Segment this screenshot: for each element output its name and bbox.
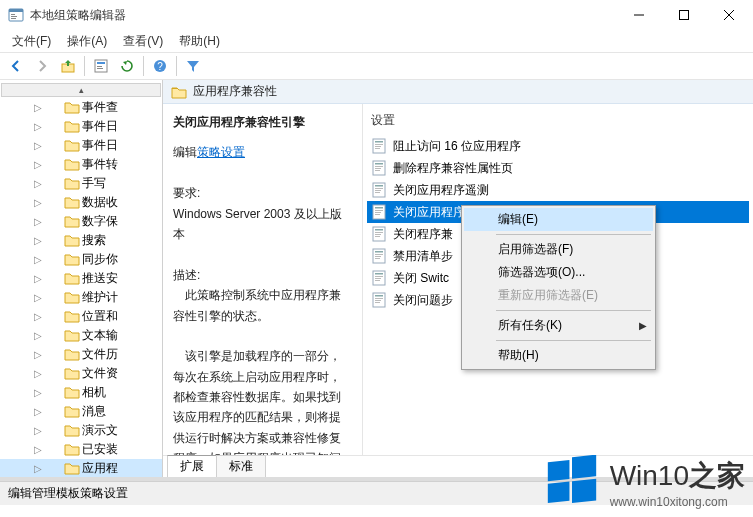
folder-icon [64, 291, 80, 304]
expand-icon[interactable]: ▷ [34, 121, 42, 132]
expand-icon[interactable]: ▷ [34, 254, 42, 265]
folder-icon [64, 367, 80, 380]
watermark: Win10之家 www.win10xitong.com [544, 455, 745, 511]
svg-rect-58 [547, 482, 569, 503]
tree-item[interactable]: ▷搜索 [0, 231, 162, 250]
details-title: 应用程序兼容性 [193, 83, 277, 100]
tree-item-label: 数字保 [82, 213, 118, 230]
setting-label: 关闭问题步 [393, 292, 453, 309]
edit-row: 编辑策略设置 [173, 142, 352, 162]
ctx-filter-options[interactable]: 筛选器选项(O)... [464, 261, 653, 284]
menu-action[interactable]: 操作(A) [59, 31, 115, 52]
forward-button[interactable] [30, 54, 54, 78]
svg-rect-57 [572, 455, 596, 479]
tree-item-label: 推送安 [82, 270, 118, 287]
window-title: 本地组策略编辑器 [30, 7, 616, 24]
tab-standard[interactable]: 标准 [216, 455, 266, 477]
expand-icon[interactable]: ▷ [34, 444, 42, 455]
desc-para: 此策略控制系统中应用程序兼容性引擎的状态。 [173, 285, 352, 326]
menu-help[interactable]: 帮助(H) [171, 31, 228, 52]
tree-item[interactable]: ▷位置和 [0, 307, 162, 326]
folder-icon [64, 234, 80, 247]
ctx-edit[interactable]: 编辑(E) [464, 208, 653, 231]
svg-rect-18 [375, 144, 383, 145]
expand-icon[interactable]: ▷ [34, 197, 42, 208]
expand-icon[interactable]: ▷ [34, 216, 42, 227]
expand-icon[interactable]: ▷ [34, 311, 42, 322]
setting-item[interactable]: 关闭应用程序遥测 [367, 179, 749, 201]
expand-icon[interactable]: ▷ [34, 140, 42, 151]
setting-item[interactable]: 阻止访问 16 位应用程序 [367, 135, 749, 157]
ctx-all-tasks[interactable]: 所有任务(K)▶ [464, 314, 653, 337]
svg-rect-32 [375, 207, 383, 209]
desc-para: 该引擎是加载程序的一部分，每次在系统上启动应用程序时，都检查兼容性数据库。如果找… [173, 346, 352, 455]
expand-icon[interactable]: ▷ [34, 330, 42, 341]
expand-icon[interactable]: ▷ [34, 463, 42, 474]
expand-icon[interactable]: ▷ [34, 102, 42, 113]
svg-rect-3 [11, 16, 17, 17]
tree-item[interactable]: ▷事件日 [0, 136, 162, 155]
tree-item[interactable]: ▷文本输 [0, 326, 162, 345]
submenu-arrow-icon: ▶ [639, 320, 647, 331]
expand-icon[interactable]: ▷ [34, 425, 42, 436]
expand-icon[interactable]: ▷ [34, 368, 42, 379]
edit-policy-link[interactable]: 策略设置 [197, 145, 245, 159]
tree-item[interactable]: ▷数据收 [0, 193, 162, 212]
expand-icon[interactable]: ▷ [34, 292, 42, 303]
close-button[interactable] [706, 0, 751, 30]
maximize-button[interactable] [661, 0, 706, 30]
setting-label: 禁用清单步 [393, 248, 453, 265]
tree-item[interactable]: ▷事件转 [0, 155, 162, 174]
tab-extended[interactable]: 扩展 [167, 455, 217, 477]
tree-item[interactable]: ▷应用程 [0, 459, 162, 477]
tree-item[interactable]: ▷手写 [0, 174, 162, 193]
svg-text:?: ? [157, 61, 163, 72]
tree-item[interactable]: ▷文件历 [0, 345, 162, 364]
app-icon [8, 7, 24, 23]
tree-item[interactable]: ▷文件资 [0, 364, 162, 383]
ctx-filter-enable[interactable]: 启用筛选器(F) [464, 238, 653, 261]
tree-item[interactable]: ▷推送安 [0, 269, 162, 288]
setting-item[interactable]: 删除程序兼容性属性页 [367, 157, 749, 179]
expand-icon[interactable]: ▷ [34, 235, 42, 246]
refresh-button[interactable] [115, 54, 139, 78]
expand-icon[interactable]: ▷ [34, 406, 42, 417]
tree-item[interactable]: ▷同步你 [0, 250, 162, 269]
expand-icon[interactable]: ▷ [34, 387, 42, 398]
tree-scroll-up[interactable]: ▴ [1, 83, 161, 97]
policy-icon [371, 270, 387, 286]
tree-item[interactable]: ▷已安装 [0, 440, 162, 459]
expand-icon[interactable]: ▷ [34, 159, 42, 170]
expand-icon[interactable]: ▷ [34, 178, 42, 189]
menu-view[interactable]: 查看(V) [115, 31, 171, 52]
tree-item[interactable]: ▷维护计 [0, 288, 162, 307]
tree-item[interactable]: ▷事件日 [0, 117, 162, 136]
minimize-button[interactable] [616, 0, 661, 30]
folder-icon [64, 272, 80, 285]
tree-item[interactable]: ▷演示文 [0, 421, 162, 440]
svg-rect-33 [375, 210, 383, 211]
svg-rect-35 [375, 214, 380, 215]
tree-item[interactable]: ▷相机 [0, 383, 162, 402]
folder-icon [64, 462, 80, 475]
tree-item-label: 消息 [82, 403, 106, 420]
svg-rect-4 [11, 18, 16, 19]
filter-button[interactable] [181, 54, 205, 78]
expand-icon[interactable]: ▷ [34, 273, 42, 284]
svg-rect-39 [375, 234, 381, 235]
back-button[interactable] [4, 54, 28, 78]
tree-item[interactable]: ▷事件查 [0, 98, 162, 117]
expand-icon[interactable]: ▷ [34, 349, 42, 360]
tree-item[interactable]: ▷数字保 [0, 212, 162, 231]
svg-rect-6 [679, 11, 688, 20]
svg-rect-38 [375, 232, 383, 233]
folder-icon [64, 424, 80, 437]
properties-button[interactable] [89, 54, 113, 78]
svg-rect-29 [375, 190, 381, 191]
help-button[interactable]: ? [148, 54, 172, 78]
ctx-help[interactable]: 帮助(H) [464, 344, 653, 367]
menu-file[interactable]: 文件(F) [4, 31, 59, 52]
tree-item[interactable]: ▷消息 [0, 402, 162, 421]
svg-rect-28 [375, 188, 383, 189]
up-button[interactable] [56, 54, 80, 78]
